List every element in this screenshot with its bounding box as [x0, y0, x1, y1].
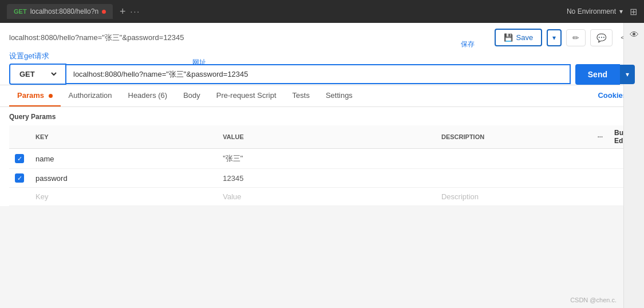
environment-caret-icon: ▾ — [619, 7, 623, 15]
save-caret-button[interactable]: ▾ — [547, 29, 562, 46]
tab-params[interactable]: Params — [9, 85, 61, 106]
right-sidebar: 👁 — [623, 23, 644, 206]
breadcrumb: localhost:8080/hello?name="张三"&password=… — [9, 33, 184, 43]
description-cell-name[interactable] — [436, 149, 592, 169]
params-section: Query Params KEY VALUE DESCRIPTION ··· B… — [0, 107, 644, 206]
tab-headers[interactable]: Headers (6) — [120, 85, 176, 106]
description-cell-password[interactable] — [436, 169, 592, 188]
col-header-more: ··· — [592, 125, 609, 149]
query-params-title: Query Params — [9, 113, 635, 121]
save-icon: 💾 — [504, 33, 513, 42]
tab-body[interactable]: Body — [175, 85, 208, 106]
description-cell-empty[interactable]: Description — [436, 188, 592, 206]
environment-settings-icon[interactable]: ⊞ — [630, 6, 637, 17]
tab-settings[interactable]: Settings — [318, 85, 361, 106]
send-caret-button[interactable]: ▾ — [620, 65, 635, 84]
tab-unsaved-dot — [102, 10, 106, 14]
save-button[interactable]: 💾 Save — [495, 29, 543, 46]
url-bar-container: 设置get请求 保存 网址 GET POST PUT DELETE PATCH … — [9, 51, 635, 85]
sidebar-eye-icon[interactable]: 👁 — [627, 27, 641, 42]
value-cell-password[interactable]: 12345 — [217, 169, 436, 188]
environment-selector[interactable]: No Environment ▾ — [567, 7, 623, 15]
method-selector[interactable]: GET POST PUT DELETE PATCH — [9, 64, 66, 85]
key-cell-password[interactable]: password — [30, 169, 217, 188]
table-row: ✓ password 12345 — [9, 169, 635, 188]
value-cell-empty[interactable]: Value — [217, 188, 436, 206]
send-button-group: Send ▾ — [575, 64, 635, 85]
row-checkbox-cell[interactable]: ✓ — [9, 169, 30, 188]
more-options-icon[interactable]: ··· — [598, 133, 603, 140]
key-cell-empty[interactable]: Key — [30, 188, 217, 206]
more-tabs-button[interactable]: ··· — [131, 7, 141, 16]
tab-method-badge: GET — [14, 8, 27, 15]
col-header-value: VALUE — [217, 125, 436, 149]
annotation-save-label: 保存 — [461, 40, 475, 49]
send-button[interactable]: Send — [575, 64, 620, 85]
request-area: localhost:8080/hello?name="张三"&password=… — [0, 23, 644, 85]
method-dropdown[interactable]: GET POST PUT DELETE PATCH — [17, 69, 58, 79]
tab-authorization[interactable]: Authorization — [61, 85, 120, 106]
row-checkbox-cell-empty — [9, 188, 30, 206]
col-header-description: DESCRIPTION — [436, 125, 592, 149]
request-tab[interactable]: GET localhost:8080/hello?n — [7, 4, 113, 19]
row-checkbox-cell[interactable]: ✓ — [9, 149, 30, 169]
breadcrumb-text: localhost:8080/hello?name="张三"&password=… — [9, 33, 184, 43]
checkbox-password[interactable]: ✓ — [15, 173, 24, 183]
url-bar-row: GET POST PUT DELETE PATCH Send ▾ — [9, 64, 635, 85]
tab-pre-request-script[interactable]: Pre-request Script — [208, 85, 285, 106]
key-cell-name[interactable]: name — [30, 149, 217, 169]
comment-button[interactable]: 💬 — [590, 29, 613, 46]
tab-title: localhost:8080/hello?n — [30, 7, 98, 15]
top-bar: GET localhost:8080/hello?n + ··· No Envi… — [0, 0, 644, 23]
params-dot — [49, 94, 53, 98]
breadcrumb-actions: 💾 Save ▾ ✏ 💬 </> — [495, 29, 635, 46]
url-input[interactable] — [66, 64, 571, 84]
table-row: ✓ name "张三" — [9, 149, 635, 169]
breadcrumb-row: localhost:8080/hello?name="张三"&password=… — [9, 29, 635, 46]
environment-label: No Environment — [567, 7, 616, 15]
col-header-check — [9, 125, 30, 149]
tab-tests[interactable]: Tests — [285, 85, 318, 106]
value-cell-name[interactable]: "张三" — [217, 149, 436, 169]
annotation-get-label: 设置get请求 — [9, 52, 49, 60]
edit-button[interactable]: ✏ — [566, 29, 586, 46]
top-bar-right: No Environment ▾ ⊞ — [567, 6, 637, 17]
add-tab-button[interactable]: + — [120, 6, 126, 18]
params-table: KEY VALUE DESCRIPTION ··· Bulk Edit ✓ na… — [9, 125, 635, 206]
checkbox-name[interactable]: ✓ — [15, 154, 24, 163]
row-more-cell — [592, 169, 609, 188]
col-header-key: KEY — [30, 125, 217, 149]
table-row: Key Value Description — [9, 188, 635, 206]
tabs-row: Params Authorization Headers (6) Body Pr… — [0, 85, 644, 107]
row-more-cell — [592, 149, 609, 169]
